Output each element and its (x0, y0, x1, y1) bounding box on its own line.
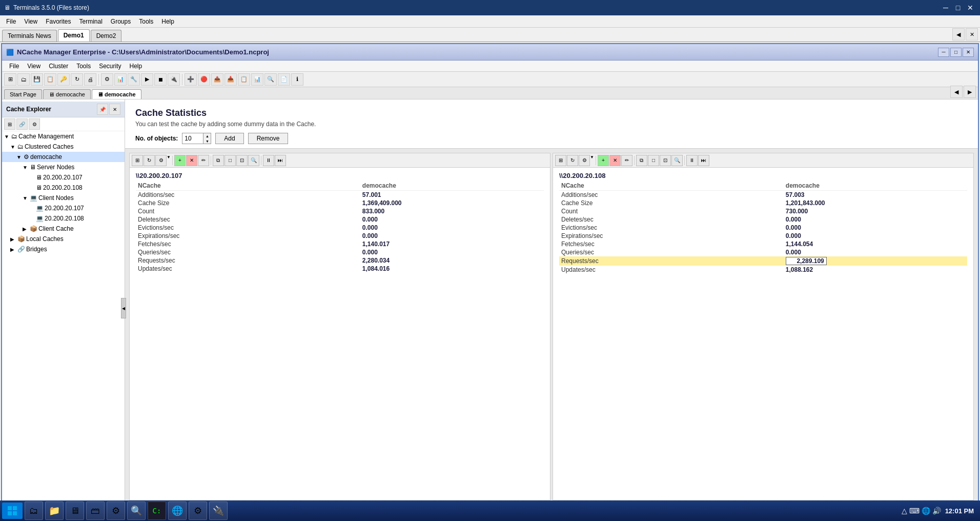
close-button[interactable]: ✕ (965, 2, 976, 13)
menu-groups[interactable]: Groups (107, 17, 135, 26)
ncache-menu-cluster[interactable]: Cluster (46, 62, 71, 70)
tree-democache[interactable]: ▼ ⚙ democache (2, 152, 125, 162)
toolbar-btn-4[interactable]: 📋 (44, 73, 56, 86)
tree-server-107[interactable]: 🖥 20.200.20.107 (2, 172, 125, 183)
mon-left-remove-btn[interactable]: ✕ (186, 155, 197, 166)
taskbar-app2[interactable]: ⚙ (189, 502, 207, 520)
sidebar-close-button[interactable]: ✕ (109, 104, 120, 115)
ncache-menu-tools[interactable]: Tools (73, 62, 94, 70)
ncache-menu-help[interactable]: Help (127, 62, 146, 70)
mon-left-add-btn[interactable]: + (174, 155, 186, 166)
menu-tools[interactable]: Tools (135, 17, 157, 26)
toolbar-btn-16[interactable]: 📤 (211, 73, 223, 86)
sidebar-settings-button[interactable]: ⚙ (29, 118, 40, 130)
ncache-minimize-button[interactable]: ─ (938, 48, 949, 57)
mon-left-btn-1[interactable]: ⊞ (132, 155, 143, 166)
mon-right-expand-btn[interactable]: ⊡ (660, 155, 671, 166)
objects-input[interactable] (182, 133, 203, 144)
spinner-up[interactable]: ▲ (203, 133, 211, 138)
mon-right-btn-3[interactable]: ⚙ (579, 155, 590, 166)
tab-terminals-news[interactable]: Terminals News (2, 30, 57, 42)
toolbar-btn-22[interactable]: ℹ (291, 73, 303, 86)
taskbar-search[interactable]: 🔍 (127, 502, 146, 520)
toolbar-btn-12[interactable]: ⏹ (154, 73, 167, 86)
toolbar-btn-1[interactable]: ⊞ (4, 73, 16, 86)
mon-right-edit-btn[interactable]: ✏ (621, 155, 632, 166)
menu-view[interactable]: View (20, 17, 42, 26)
mon-left-search-btn[interactable]: 🔍 (248, 155, 259, 166)
toolbar-btn-18[interactable]: 📋 (238, 73, 250, 86)
toolbar-btn-13[interactable]: 🔌 (168, 73, 180, 86)
sidebar-add-button[interactable]: ⊞ (4, 118, 15, 130)
mon-right-window-btn[interactable]: □ (648, 155, 659, 166)
taskbar-files[interactable]: 🗃 (86, 502, 105, 520)
mon-right-add-btn[interactable]: + (598, 155, 609, 166)
mon-right-remove-btn[interactable]: ✕ (609, 155, 621, 166)
ncache-tab-democache-2[interactable]: 🖥 democache (92, 89, 141, 99)
mon-right-forward-btn[interactable]: ⏭ (698, 155, 709, 166)
taskbar-folder[interactable]: 📁 (45, 502, 64, 520)
menu-favorites[interactable]: Favorites (42, 17, 75, 26)
taskbar-app1[interactable]: 🌐 (168, 502, 187, 520)
taskbar-cmd[interactable]: C: (148, 502, 166, 520)
toolbar-btn-8[interactable]: ⚙ (101, 73, 113, 86)
toolbar-btn-6[interactable]: ↻ (71, 73, 83, 86)
mon-right-search-btn[interactable]: 🔍 (671, 155, 683, 166)
tree-local-caches[interactable]: ▶ 📦 Local Caches (2, 234, 125, 244)
mon-right-copy-btn[interactable]: ⧉ (636, 155, 647, 166)
mon-left-copy-btn[interactable]: ⧉ (213, 155, 224, 166)
tree-cache-management[interactable]: ▼ 🗂 Cache Management (2, 131, 125, 142)
ncache-tab-startpage[interactable]: Start Page (4, 89, 42, 99)
toolbar-btn-14[interactable]: ➕ (185, 73, 197, 86)
tree-client-nodes[interactable]: ▼ 💻 Client Nodes (2, 193, 125, 203)
tabs-collapse-right[interactable]: ✕ (966, 28, 978, 41)
ncache-tab-democache-1[interactable]: 🖥 democache (43, 89, 91, 99)
taskbar-app3[interactable]: 🔌 (209, 502, 228, 520)
mon-left-edit-btn[interactable]: ✏ (198, 155, 209, 166)
tree-client-107[interactable]: 💻 20.200.20.107 (2, 203, 125, 213)
tabs-nav-left[interactable]: ◀ (950, 86, 963, 98)
toolbar-btn-19[interactable]: 📊 (251, 73, 263, 86)
spinner-down[interactable]: ▼ (203, 138, 211, 144)
toolbar-btn-17[interactable]: 📥 (224, 73, 237, 86)
sidebar-pin-button[interactable]: 📌 (97, 104, 108, 115)
ncache-menu-file[interactable]: File (6, 62, 22, 70)
remove-button[interactable]: Remove (248, 133, 289, 144)
mon-left-btn-2[interactable]: ↻ (144, 155, 155, 166)
toolbar-btn-11[interactable]: ▶ (141, 73, 153, 86)
mon-left-btn-3[interactable]: ⚙ (155, 155, 167, 166)
mon-left-expand-btn[interactable]: ⊡ (236, 155, 248, 166)
tree-server-108[interactable]: 🖥 20.200.20.108 (2, 183, 125, 193)
tree-bridges[interactable]: ▶ 🔗 Bridges (2, 244, 125, 254)
mon-right-btn-2[interactable]: ↻ (567, 155, 578, 166)
menu-terminal[interactable]: Terminal (75, 17, 107, 26)
maximize-button[interactable]: □ (952, 2, 964, 13)
tray-network[interactable]: 🌐 (922, 507, 930, 515)
ncache-close-button[interactable]: ✕ (963, 48, 974, 57)
ncache-maximize-button[interactable]: □ (950, 48, 962, 57)
tree-clustered-caches[interactable]: ▼ 🗂 Clustered Caches (2, 142, 125, 152)
mon-left-forward-btn[interactable]: ⏭ (275, 155, 286, 166)
tray-keyboard[interactable]: ⌨ (909, 507, 920, 515)
toolbar-btn-5[interactable]: 🔑 (57, 73, 70, 86)
tabs-collapse-left[interactable]: ◀ (952, 28, 965, 41)
menu-help[interactable]: Help (157, 17, 178, 26)
tray-up-arrow[interactable]: △ (902, 507, 907, 515)
mon-left-pause-btn[interactable]: ⏸ (263, 155, 274, 166)
taskbar-settings[interactable]: ⚙ (107, 502, 125, 520)
toolbar-btn-7[interactable]: 🖨 (84, 73, 96, 86)
minimize-button[interactable]: ─ (940, 2, 951, 13)
toolbar-btn-10[interactable]: 🔧 (128, 73, 140, 86)
menu-file[interactable]: File (2, 17, 20, 26)
taskbar-file-explorer[interactable]: 🗂 (25, 502, 43, 520)
sidebar-cluster-button[interactable]: 🔗 (16, 118, 28, 130)
add-button[interactable]: Add (215, 133, 243, 144)
tab-demo1[interactable]: Demo1 (58, 29, 90, 42)
tree-client-108[interactable]: 💻 20.200.20.108 (2, 213, 125, 224)
taskbar-computer[interactable]: 🖥 (66, 502, 84, 520)
toolbar-btn-15[interactable]: 🔴 (198, 73, 210, 86)
start-button[interactable] (2, 503, 23, 519)
sidebar-collapse-button[interactable]: ◀ (121, 298, 126, 318)
toolbar-btn-9[interactable]: 📊 (114, 73, 127, 86)
ncache-menu-security[interactable]: Security (96, 62, 124, 70)
